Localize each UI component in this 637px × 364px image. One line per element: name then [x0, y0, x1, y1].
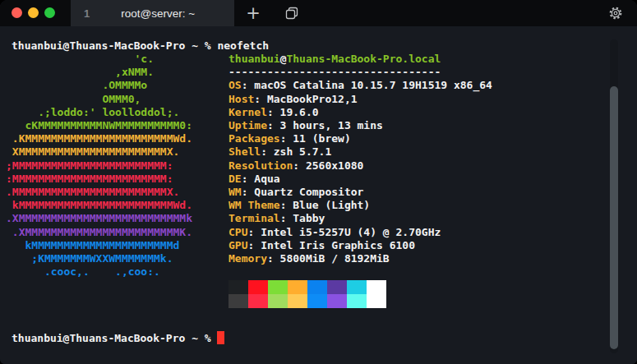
art-line: kMMMMMMMMMMMMMMMMMMMMMMd	[6, 239, 192, 252]
info-value: : 3 hours, 13 mins	[267, 119, 383, 131]
close-button[interactable]	[12, 7, 22, 18]
info-label: Memory	[228, 252, 267, 265]
info-value: : Tabby	[280, 212, 325, 224]
palette-swatch	[268, 280, 288, 294]
info-label: WM Theme	[228, 199, 280, 211]
new-tab-button[interactable]: +	[241, 0, 265, 26]
info-line: Host: MacBookPro12,1	[228, 93, 492, 106]
prompt-line-bottom: thuanbui@Thuans-MacBook-Pro ~ %	[12, 331, 224, 345]
art-line: 'c.	[6, 53, 192, 66]
info-value: : Intel i5-5257U (4) @ 2.70GHz	[247, 226, 441, 238]
info-value: : macOS Catalina 10.15.7 19H1519 x86_64	[242, 79, 492, 91]
settings-gear-icon[interactable]	[608, 6, 623, 21]
scrollbar-thumb[interactable]	[610, 86, 618, 349]
separator-line: ---------------------------------	[228, 66, 492, 79]
info-line: WM: Quartz Compositor	[228, 186, 492, 199]
info-value: : Blue (Light)	[280, 199, 371, 211]
info-line: Shell: zsh 5.7.1	[228, 145, 492, 159]
tab-title: root@server: ~	[90, 7, 234, 20]
palette-row-normal	[228, 280, 386, 294]
terminal-tab[interactable]: 1 root@server: ~	[71, 0, 234, 26]
stacked-windows-icon[interactable]	[284, 5, 300, 21]
art-line: ;MMMMMMMMMMMMMMMMMMMMMMMM:	[6, 159, 192, 173]
art-line: XMMMMMMMMMMMMMMMMMMMMMMMX.	[6, 145, 192, 159]
art-line: ,xNMM.	[6, 66, 192, 79]
terminal-screen[interactable]: thuanbui@Thuans-MacBook-Pro ~ % neofetch…	[0, 26, 637, 364]
info-value: : 11 (brew)	[280, 132, 351, 145]
info-line: Packages: 11 (brew)	[228, 132, 492, 145]
palette-swatch	[228, 294, 248, 308]
info-value: : Aqua	[242, 173, 280, 185]
info-label: Shell	[228, 145, 261, 158]
art-line: .;loddo:' loolloddol;.	[6, 106, 192, 119]
palette-swatch	[347, 280, 367, 294]
block-cursor	[217, 331, 224, 344]
user-name: thuanbui	[228, 53, 280, 65]
palette-swatch	[367, 294, 386, 308]
info-line: DE: Aqua	[228, 173, 492, 186]
info-value: : zsh 5.7.1	[261, 145, 331, 158]
art-line: OMMM0,	[6, 93, 192, 106]
info-line: GPU: Intel Iris Graphics 6100	[228, 239, 492, 252]
info-value: : 2560x1080	[293, 159, 363, 172]
info-label: CPU	[228, 226, 247, 238]
palette-swatch	[327, 294, 347, 308]
art-line: .cooc,. .,coo:.	[6, 265, 192, 279]
info-line: Resolution: 2560x1080	[228, 159, 492, 173]
neofetch-title-line: thuanbui@Thuans-MacBook-Pro.local	[228, 53, 492, 66]
info-value: : 19.6.0	[267, 106, 319, 118]
color-palette	[228, 280, 386, 308]
palette-swatch	[307, 280, 327, 294]
info-label: Terminal	[228, 212, 280, 224]
art-line: ;KMMMMMMMWXXWMMMMMMMk.	[6, 252, 192, 265]
info-line: CPU: Intel i5-5257U (4) @ 2.70GHz	[228, 226, 492, 239]
palette-swatch	[228, 280, 248, 294]
palette-swatch	[288, 294, 307, 308]
info-label: GPU	[228, 239, 247, 251]
info-line: WM Theme: Blue (Light)	[228, 199, 492, 212]
info-value: : Intel Iris Graphics 6100	[247, 239, 415, 251]
info-label: Kernel	[228, 106, 267, 118]
titlebar: 1 root@server: ~ +	[0, 0, 637, 26]
palette-swatch	[307, 294, 327, 308]
art-line: .KMMMMMMMMMMMMMMMMMMMMMMMWd.	[6, 132, 192, 145]
art-line: .OMMMMo	[6, 79, 192, 92]
host-name: Thuans-MacBook-Pro.local	[286, 53, 441, 65]
tab-index: 1	[84, 7, 90, 20]
art-line: kMMMMMMMMMMMMMMMMMMMMMMMMWd.	[6, 199, 192, 212]
palette-row-bright	[228, 294, 386, 308]
info-line: OS: macOS Catalina 10.15.7 19H1519 x86_6…	[228, 79, 492, 92]
art-line: cKMMMMMMMMMMNWMMMMMMMMMM0:	[6, 119, 192, 132]
art-line: :MMMMMMMMMMMMMMMMMMMMMMMM:	[6, 173, 192, 186]
palette-swatch	[248, 280, 268, 294]
info-line: Memory: 5800MiB / 8192MiB	[228, 252, 492, 265]
zoom-button[interactable]	[44, 7, 55, 18]
info-value: : Quartz Compositor	[242, 186, 364, 198]
minimize-button[interactable]	[28, 7, 39, 18]
info-label: OS	[228, 79, 242, 91]
art-line: .MMMMMMMMMMMMMMMMMMMMMMMMX.	[6, 186, 192, 199]
palette-swatch	[288, 280, 307, 294]
info-label: Resolution	[228, 159, 293, 172]
palette-swatch	[367, 280, 386, 294]
neofetch-info: thuanbui@Thuans-MacBook-Pro.local-------…	[228, 53, 492, 265]
palette-swatch	[248, 294, 268, 308]
info-value: : MacBookPro12,1	[254, 93, 357, 105]
info-line: Terminal: Tabby	[228, 212, 492, 225]
info-label: Packages	[228, 132, 280, 145]
palette-swatch	[347, 294, 367, 308]
info-line: Uptime: 3 hours, 13 mins	[228, 119, 492, 132]
info-value: : 5800MiB / 8192MiB	[267, 252, 390, 265]
info-label: Host	[228, 93, 254, 105]
info-label: DE	[228, 173, 242, 185]
neofetch-ascii-art: 'c. ,xNMM. .OMMMMo OMMM0, .;loddo:' lool…	[6, 53, 192, 279]
terminal-window: 1 root@server: ~ + thuanbui@Thuans-MacBo…	[0, 0, 637, 364]
palette-swatch	[268, 294, 288, 308]
art-line: .XMMMMMMMMMMMMMMMMMMMMMMMMMMk	[6, 212, 192, 225]
palette-swatch	[327, 280, 347, 294]
info-label: WM	[228, 186, 242, 198]
info-line: Kernel: 19.6.0	[228, 106, 492, 119]
art-line: .XMMMMMMMMMMMMMMMMMMMMMMMMK.	[6, 226, 192, 239]
prompt-line-top: thuanbui@Thuans-MacBook-Pro ~ % neofetch	[12, 39, 269, 53]
info-label: Uptime	[228, 119, 267, 131]
